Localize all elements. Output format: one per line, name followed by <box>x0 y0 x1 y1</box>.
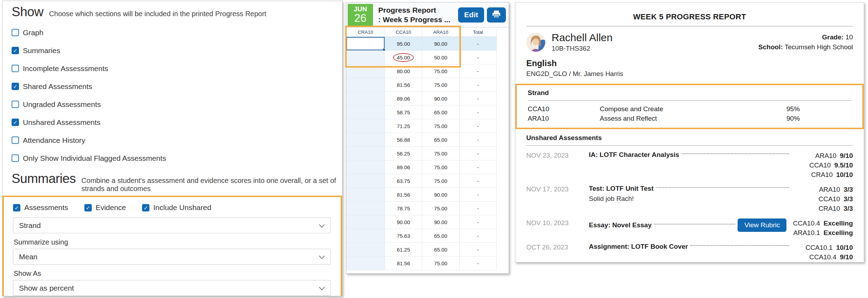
grid-cell-cra10[interactable] <box>346 243 385 256</box>
show-option-row[interactable]: ✓ Attendance History <box>12 131 342 149</box>
grid-cell-cca10[interactable]: 89.06 <box>385 92 422 106</box>
show-option-row[interactable]: ✓ Summaries <box>12 42 342 59</box>
checkbox-icon[interactable]: ✓ <box>12 119 19 126</box>
grid-cell-cra10[interactable] <box>346 92 385 106</box>
grid-cell-cca10[interactable]: 71.25 <box>385 119 422 133</box>
grid-cell-ara10[interactable]: 75.00 <box>422 147 459 160</box>
grid-cell-ara10[interactable]: 75.00 <box>422 64 459 78</box>
grid-cell-cra10[interactable] <box>346 37 385 51</box>
grid-cell-cca10[interactable]: 56.88 <box>385 133 422 147</box>
grid-cell-ara10[interactable]: 75.00 <box>422 202 459 215</box>
grid-cell-ara10[interactable]: 90.00 <box>422 188 459 202</box>
show-option-row[interactable]: ✓ Shared Assessments <box>12 77 342 95</box>
grid-cell-total[interactable]: - <box>459 37 497 51</box>
view-rubric-button[interactable]: View Rubric <box>738 218 786 232</box>
grid-cell-cca10[interactable]: 89.06 <box>385 160 422 174</box>
grid-cell-ara10[interactable]: 90.00 <box>422 37 459 51</box>
grid-cell-ara10[interactable]: 75.00 <box>422 78 459 92</box>
grid-cell-cra10[interactable] <box>346 256 385 270</box>
grid-cell-cra10[interactable] <box>346 133 385 147</box>
checkbox-icon[interactable]: ✓ <box>12 29 19 36</box>
grid-cell-total[interactable]: - <box>459 133 497 147</box>
grid-cell-ara10[interactable]: 75.00 <box>422 174 459 188</box>
grid-cell-cca10[interactable]: 81.56 <box>385 188 422 202</box>
grid-cell-cra10[interactable] <box>346 160 385 174</box>
grid-cell-ara10[interactable]: 65.00 <box>422 243 459 256</box>
grid-cell-cca10[interactable]: 45.00 <box>385 51 422 64</box>
grid-cell-ara10[interactable]: 65.00 <box>422 229 459 243</box>
grid-cell-cca10[interactable]: 61.25 <box>385 243 422 256</box>
grid-cell-total[interactable]: - <box>459 160 497 174</box>
grid-cell-ara10[interactable]: 75.00 <box>422 256 459 270</box>
checkbox-icon[interactable]: ✓ <box>12 65 19 72</box>
print-button[interactable] <box>487 7 506 23</box>
checkbox-icon[interactable]: ✓ <box>12 101 19 108</box>
show-option-row[interactable]: ✓ Unshared Assessments <box>12 113 342 131</box>
grid-cell-cca10[interactable]: 75.63 <box>385 229 422 243</box>
checkbox-icon[interactable]: ✓ <box>142 204 149 211</box>
grid-cell-ara10[interactable]: 90.00 <box>422 215 459 229</box>
grid-cell-ara10[interactable]: 50.00 <box>422 51 459 64</box>
grid-cell-cra10[interactable] <box>346 188 385 202</box>
column-header-cra10[interactable]: CRA10 <box>346 28 385 37</box>
grid-cell-total[interactable]: - <box>459 188 497 202</box>
grid-cell-cra10[interactable] <box>346 174 385 188</box>
grid-cell-ara10[interactable]: 90.00 <box>422 92 459 106</box>
checkbox-icon[interactable]: ✓ <box>12 137 19 144</box>
dropdown-select[interactable]: Show as percent <box>13 280 331 296</box>
checkbox-icon[interactable]: ✓ <box>12 47 19 54</box>
edit-button[interactable]: Edit <box>458 7 484 23</box>
grid-cell-total[interactable]: - <box>459 147 497 160</box>
grid-cell-cca10[interactable]: 56.25 <box>385 147 422 160</box>
grid-cell-cra10[interactable] <box>346 78 385 92</box>
grid-cell-total[interactable]: - <box>459 51 497 64</box>
grid-cell-cca10[interactable]: 78.75 <box>385 202 422 215</box>
grid-cell-ara10[interactable]: 65.00 <box>422 106 459 119</box>
show-option-row[interactable]: ✓ Ungraded Assessments <box>12 95 342 113</box>
grid-cell-cca10[interactable]: 81.56 <box>385 256 422 270</box>
grid-cell-total[interactable]: - <box>459 106 497 119</box>
grid-cell-cca10[interactable]: 80.00 <box>385 64 422 78</box>
grid-cell-cca10[interactable]: 90.00 <box>385 215 422 229</box>
grid-cell-total[interactable]: - <box>459 229 497 243</box>
grid-cell-total[interactable]: - <box>459 215 497 229</box>
summaries-option[interactable]: ✓ Assessments <box>13 202 68 213</box>
column-header-total[interactable]: Total <box>459 28 497 37</box>
grid-cell-cra10[interactable] <box>346 215 385 229</box>
column-header-ara10[interactable]: ARA10 <box>422 28 459 37</box>
dropdown-select[interactable]: Strand <box>13 217 331 233</box>
grid-cell-cra10[interactable] <box>346 147 385 160</box>
grid-cell-cra10[interactable] <box>346 106 385 119</box>
column-header-cca10[interactable]: CCA10 <box>385 28 422 37</box>
checkbox-icon[interactable]: ✓ <box>13 204 20 211</box>
selection-handle[interactable] <box>382 48 385 51</box>
grid-cell-ara10[interactable]: 75.00 <box>422 119 459 133</box>
show-option-row[interactable]: ✓ Incomplete Assesssments <box>12 59 342 77</box>
grid-cell-cra10[interactable] <box>346 51 385 64</box>
grid-cell-total[interactable]: - <box>459 243 497 256</box>
grid-cell-cca10[interactable]: 58.75 <box>385 106 422 119</box>
grid-cell-cra10[interactable] <box>346 119 385 133</box>
checkbox-icon[interactable]: ✓ <box>12 83 19 90</box>
grid-cell-total[interactable]: - <box>459 78 497 92</box>
checkbox-icon[interactable]: ✓ <box>84 204 92 211</box>
dropdown-select[interactable]: Mean <box>13 249 331 265</box>
grid-cell-cra10[interactable] <box>346 229 385 243</box>
show-option-row[interactable]: ✓ Graph <box>12 24 342 42</box>
summaries-option[interactable]: ✓ Evidence <box>84 202 126 213</box>
grid-cell-total[interactable]: - <box>459 119 497 133</box>
grid-cell-ara10[interactable]: 65.00 <box>422 133 459 147</box>
show-option-row[interactable]: ✓ Only Show Individual Flagged Assessmen… <box>12 149 342 167</box>
grid-cell-total[interactable]: - <box>459 92 497 106</box>
grid-cell-total[interactable]: - <box>459 64 497 78</box>
grid-cell-total[interactable]: - <box>459 174 497 188</box>
grid-cell-total[interactable]: - <box>459 202 497 215</box>
summaries-option[interactable]: ✓ Include Unshared <box>142 202 211 213</box>
grid-cell-cca10[interactable]: 95.00 <box>385 37 422 51</box>
grid-cell-cra10[interactable] <box>346 202 385 215</box>
grid-cell-cca10[interactable]: 63.75 <box>385 174 422 188</box>
grid-cell-total[interactable]: - <box>459 256 497 270</box>
grid-cell-ara10[interactable]: 75.00 <box>422 160 459 174</box>
grid-cell-cca10[interactable]: 81.56 <box>385 78 422 92</box>
checkbox-icon[interactable]: ✓ <box>12 154 19 162</box>
